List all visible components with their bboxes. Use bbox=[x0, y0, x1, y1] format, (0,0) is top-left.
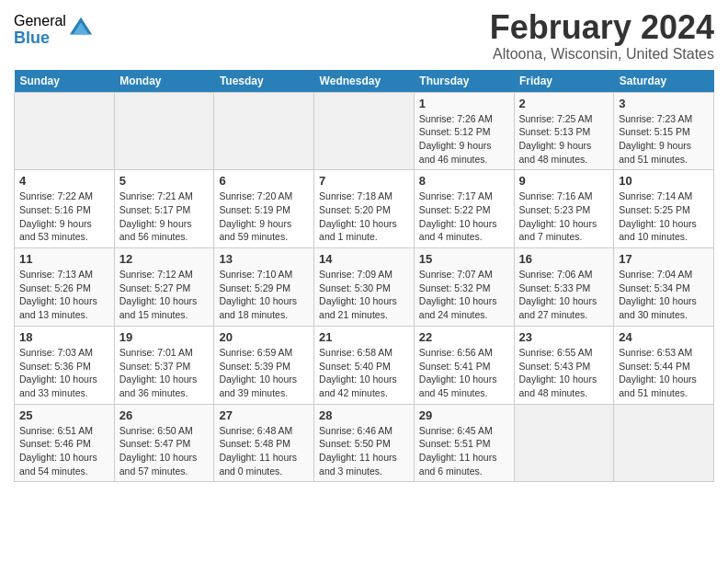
weekday-header: Saturday bbox=[614, 70, 714, 93]
day-info: Sunrise: 6:56 AM Sunset: 5:41 PM Dayligh… bbox=[419, 346, 509, 400]
calendar-cell: 27Sunrise: 6:48 AM Sunset: 5:48 PM Dayli… bbox=[214, 404, 314, 482]
day-number: 28 bbox=[319, 408, 409, 422]
day-number: 18 bbox=[19, 330, 109, 344]
calendar-cell: 16Sunrise: 7:06 AM Sunset: 5:33 PM Dayli… bbox=[514, 248, 614, 327]
day-number: 27 bbox=[219, 408, 309, 422]
month-title: February 2024 bbox=[490, 9, 714, 46]
day-number: 5 bbox=[119, 174, 210, 188]
calendar-cell: 13Sunrise: 7:10 AM Sunset: 5:29 PM Dayli… bbox=[214, 248, 314, 327]
day-number: 10 bbox=[619, 174, 709, 188]
logo: General Blue bbox=[14, 13, 94, 47]
day-info: Sunrise: 7:25 AM Sunset: 5:13 PM Dayligh… bbox=[519, 112, 609, 167]
calendar-cell: 26Sunrise: 6:50 AM Sunset: 5:47 PM Dayli… bbox=[114, 404, 214, 482]
calendar-cell bbox=[15, 92, 115, 170]
calendar-cell: 7Sunrise: 7:18 AM Sunset: 5:20 PM Daylig… bbox=[314, 170, 415, 248]
day-number: 20 bbox=[219, 330, 309, 344]
day-info: Sunrise: 7:09 AM Sunset: 5:30 PM Dayligh… bbox=[319, 268, 409, 322]
calendar-cell: 18Sunrise: 7:03 AM Sunset: 5:36 PM Dayli… bbox=[15, 326, 115, 404]
calendar-cell: 5Sunrise: 7:21 AM Sunset: 5:17 PM Daylig… bbox=[114, 170, 214, 248]
day-number: 8 bbox=[419, 174, 509, 188]
calendar-cell bbox=[314, 92, 415, 170]
day-number: 13 bbox=[219, 252, 309, 266]
weekday-header: Thursday bbox=[414, 70, 514, 93]
calendar-cell: 10Sunrise: 7:14 AM Sunset: 5:25 PM Dayli… bbox=[614, 170, 714, 248]
day-info: Sunrise: 6:45 AM Sunset: 5:51 PM Dayligh… bbox=[419, 424, 509, 478]
calendar-week-row: 11Sunrise: 7:13 AM Sunset: 5:26 PM Dayli… bbox=[15, 248, 714, 327]
day-info: Sunrise: 7:20 AM Sunset: 5:19 PM Dayligh… bbox=[219, 190, 309, 244]
header-area: General Blue February 2024 Altoona, Wisc… bbox=[14, 9, 714, 63]
day-number: 23 bbox=[519, 330, 609, 344]
calendar-week-row: 4Sunrise: 7:22 AM Sunset: 5:16 PM Daylig… bbox=[15, 170, 714, 248]
day-info: Sunrise: 7:18 AM Sunset: 5:20 PM Dayligh… bbox=[319, 190, 409, 244]
calendar-cell: 25Sunrise: 6:51 AM Sunset: 5:46 PM Dayli… bbox=[15, 404, 115, 482]
calendar-cell: 9Sunrise: 7:16 AM Sunset: 5:23 PM Daylig… bbox=[514, 170, 614, 248]
calendar-cell bbox=[114, 92, 214, 170]
day-number: 21 bbox=[319, 330, 409, 344]
day-number: 22 bbox=[419, 330, 509, 344]
day-number: 29 bbox=[419, 408, 509, 422]
day-info: Sunrise: 6:53 AM Sunset: 5:44 PM Dayligh… bbox=[619, 346, 709, 400]
day-info: Sunrise: 7:14 AM Sunset: 5:25 PM Dayligh… bbox=[619, 190, 709, 244]
day-number: 1 bbox=[419, 97, 509, 110]
calendar-cell: 24Sunrise: 6:53 AM Sunset: 5:44 PM Dayli… bbox=[614, 326, 714, 404]
calendar-cell: 23Sunrise: 6:55 AM Sunset: 5:43 PM Dayli… bbox=[514, 326, 614, 404]
day-info: Sunrise: 7:26 AM Sunset: 5:12 PM Dayligh… bbox=[419, 112, 509, 167]
calendar-cell: 11Sunrise: 7:13 AM Sunset: 5:26 PM Dayli… bbox=[15, 248, 115, 327]
logo-general: General bbox=[14, 13, 66, 29]
calendar-cell: 21Sunrise: 6:58 AM Sunset: 5:40 PM Dayli… bbox=[314, 326, 415, 404]
weekday-header: Wednesday bbox=[314, 70, 415, 93]
weekday-header: Monday bbox=[114, 70, 214, 93]
day-number: 24 bbox=[619, 330, 709, 344]
calendar-cell: 15Sunrise: 7:07 AM Sunset: 5:32 PM Dayli… bbox=[414, 248, 514, 327]
calendar-header-row: SundayMondayTuesdayWednesdayThursdayFrid… bbox=[15, 70, 714, 93]
day-info: Sunrise: 7:10 AM Sunset: 5:29 PM Dayligh… bbox=[219, 268, 309, 322]
calendar-cell: 22Sunrise: 6:56 AM Sunset: 5:41 PM Dayli… bbox=[414, 326, 514, 404]
calendar-cell: 20Sunrise: 6:59 AM Sunset: 5:39 PM Dayli… bbox=[214, 326, 314, 404]
day-info: Sunrise: 6:51 AM Sunset: 5:46 PM Dayligh… bbox=[19, 424, 109, 478]
weekday-header: Sunday bbox=[15, 70, 115, 93]
day-number: 25 bbox=[19, 408, 109, 422]
day-info: Sunrise: 7:06 AM Sunset: 5:33 PM Dayligh… bbox=[519, 268, 609, 322]
calendar-cell: 2Sunrise: 7:25 AM Sunset: 5:13 PM Daylig… bbox=[514, 92, 614, 170]
logo-icon bbox=[68, 16, 94, 41]
day-number: 14 bbox=[319, 252, 409, 266]
day-info: Sunrise: 7:16 AM Sunset: 5:23 PM Dayligh… bbox=[519, 190, 609, 244]
calendar-cell: 12Sunrise: 7:12 AM Sunset: 5:27 PM Dayli… bbox=[114, 248, 214, 327]
day-info: Sunrise: 6:55 AM Sunset: 5:43 PM Dayligh… bbox=[519, 346, 609, 400]
calendar-cell: 14Sunrise: 7:09 AM Sunset: 5:30 PM Dayli… bbox=[314, 248, 415, 327]
day-number: 12 bbox=[119, 252, 210, 266]
day-number: 15 bbox=[419, 252, 509, 266]
calendar-cell bbox=[214, 92, 314, 170]
day-info: Sunrise: 7:21 AM Sunset: 5:17 PM Dayligh… bbox=[119, 190, 210, 244]
calendar-week-row: 18Sunrise: 7:03 AM Sunset: 5:36 PM Dayli… bbox=[15, 326, 714, 404]
calendar-cell bbox=[514, 404, 614, 482]
day-number: 26 bbox=[119, 408, 210, 422]
day-number: 9 bbox=[519, 174, 609, 188]
day-number: 3 bbox=[619, 97, 709, 110]
day-info: Sunrise: 7:22 AM Sunset: 5:16 PM Dayligh… bbox=[19, 190, 109, 244]
day-info: Sunrise: 6:59 AM Sunset: 5:39 PM Dayligh… bbox=[219, 346, 309, 400]
day-number: 11 bbox=[19, 252, 109, 266]
calendar-week-row: 1Sunrise: 7:26 AM Sunset: 5:12 PM Daylig… bbox=[15, 92, 714, 170]
day-number: 16 bbox=[519, 252, 609, 266]
calendar-cell: 3Sunrise: 7:23 AM Sunset: 5:15 PM Daylig… bbox=[614, 92, 714, 170]
day-info: Sunrise: 6:48 AM Sunset: 5:48 PM Dayligh… bbox=[219, 424, 309, 478]
day-info: Sunrise: 7:13 AM Sunset: 5:26 PM Dayligh… bbox=[19, 268, 109, 322]
day-info: Sunrise: 7:12 AM Sunset: 5:27 PM Dayligh… bbox=[119, 268, 210, 322]
day-number: 7 bbox=[319, 174, 409, 188]
day-number: 4 bbox=[19, 174, 109, 188]
calendar-cell: 1Sunrise: 7:26 AM Sunset: 5:12 PM Daylig… bbox=[414, 92, 514, 170]
calendar-table: SundayMondayTuesdayWednesdayThursdayFrid… bbox=[14, 70, 714, 483]
day-info: Sunrise: 7:01 AM Sunset: 5:37 PM Dayligh… bbox=[119, 346, 210, 400]
calendar-cell: 29Sunrise: 6:45 AM Sunset: 5:51 PM Dayli… bbox=[414, 404, 514, 482]
calendar-cell: 19Sunrise: 7:01 AM Sunset: 5:37 PM Dayli… bbox=[114, 326, 214, 404]
calendar-cell: 4Sunrise: 7:22 AM Sunset: 5:16 PM Daylig… bbox=[15, 170, 115, 248]
location-title: Altoona, Wisconsin, United States bbox=[490, 46, 714, 63]
calendar-cell bbox=[614, 404, 714, 482]
calendar-week-row: 25Sunrise: 6:51 AM Sunset: 5:46 PM Dayli… bbox=[15, 404, 714, 482]
day-info: Sunrise: 7:23 AM Sunset: 5:15 PM Dayligh… bbox=[619, 112, 709, 167]
calendar-cell: 28Sunrise: 6:46 AM Sunset: 5:50 PM Dayli… bbox=[314, 404, 415, 482]
day-info: Sunrise: 7:03 AM Sunset: 5:36 PM Dayligh… bbox=[19, 346, 109, 400]
logo-text: General Blue bbox=[14, 13, 66, 47]
day-info: Sunrise: 6:46 AM Sunset: 5:50 PM Dayligh… bbox=[319, 424, 409, 478]
